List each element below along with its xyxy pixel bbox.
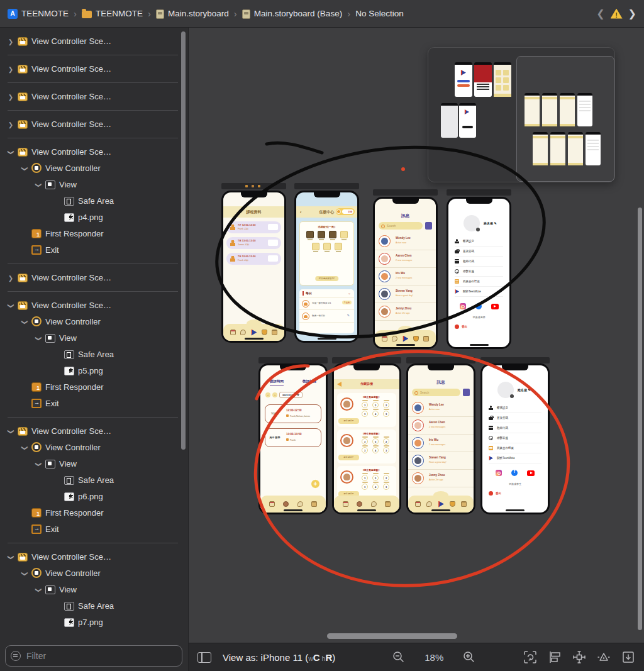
phone-mockup-teaching-schedule[interactable]: 授課時間 教課紀錄 ‹ › 2021/12/19 TOEIC 12:00-12:… [258,363,328,514]
breadcrumb-item[interactable]: TEENMOTE [8,8,82,19]
outline-row[interactable]: View [0,176,188,192]
outline-row[interactable] [0,104,188,116]
filter-input[interactable] [25,650,177,662]
disclosure-chevron-icon[interactable] [53,600,62,611]
embed-in-icon[interactable] [621,650,635,664]
update-frames-icon[interactable] [523,650,537,664]
disclosure-chevron-icon[interactable] [20,441,29,453]
scene-dock[interactable] [480,357,550,363]
storyboard-canvas[interactable]: 課程資料 7/7 12:00-12:50 Frank 老師 [189,28,644,643]
outline-row[interactable]: Safe Area [0,192,188,209]
outline-row[interactable] [0,132,188,143]
outline-row[interactable]: View [0,581,188,597]
disclosure-chevron-icon[interactable] [6,551,15,562]
disclosure-chevron-icon[interactable] [20,228,29,239]
outline-row[interactable]: View Controller Sce… [0,297,188,313]
disclosure-chevron-icon[interactable] [6,35,15,47]
outline-row[interactable]: View Controller [0,439,188,455]
disclosure-chevron-icon[interactable] [34,332,43,343]
outline-row[interactable]: View Controller [0,313,188,330]
disclosure-chevron-icon[interactable] [6,146,15,157]
outline-row[interactable]: p6.png [0,488,188,504]
outline-row[interactable]: p7.png [0,614,188,630]
outline-row[interactable]: View Controller Sce… [0,143,188,160]
editor-pane-toggle-icon[interactable] [197,652,211,663]
outline-row[interactable]: Exit [0,241,188,258]
outline-row[interactable]: Safe Area [0,346,188,362]
outline-row[interactable]: p4.png [0,209,188,225]
phone-mockup-messages[interactable]: 訊息 Search Wendy Lee Active now A [373,197,438,349]
disclosure-chevron-icon[interactable] [20,523,29,535]
outline-row[interactable] [0,286,188,297]
outline-row[interactable]: View Controller Sce… [0,116,188,132]
outline-row[interactable]: View Controller [0,565,188,581]
breadcrumb-item[interactable]: No Selection [355,9,404,18]
scene-dock[interactable] [294,183,359,189]
disclosure-chevron-icon[interactable] [20,162,29,174]
filter-field[interactable] [5,645,182,667]
scene-dock[interactable] [221,183,286,189]
disclosure-chevron-icon[interactable] [20,567,29,579]
outline-row[interactable] [0,77,188,88]
disclosure-chevron-icon[interactable] [53,211,62,223]
disclosure-chevron-icon[interactable] [34,458,43,469]
canvas-minimap[interactable] [428,47,615,182]
disclosure-chevron-icon[interactable] [53,616,62,628]
outline-row[interactable]: View Controller Sce… [0,33,188,49]
horizontal-scrollbar[interactable] [327,633,457,639]
phone-mockup-profile[interactable]: 姓名俊 ✎ 帳號設定 更改密碼 [447,197,511,349]
disclosure-chevron-icon[interactable] [20,507,29,518]
disclosure-chevron-icon[interactable] [34,179,43,190]
disclosure-chevron-icon[interactable] [53,474,62,485]
outline-row[interactable]: View Controller Sce… [0,423,188,439]
disclosure-chevron-icon[interactable] [53,348,62,360]
outline-row[interactable]: View [0,455,188,472]
align-icon[interactable] [548,650,562,664]
warning-triangle-icon[interactable] [611,9,623,19]
outline-row[interactable]: First Responder [0,379,188,395]
disclosure-chevron-icon[interactable] [6,118,15,130]
disclosure-chevron-icon[interactable] [34,584,43,595]
sidebar-scrollbar[interactable] [181,31,186,450]
outline-row[interactable]: Exit [0,521,188,537]
outline-row[interactable]: View Controller Sce… [0,88,188,104]
scene-dock[interactable] [406,357,475,363]
outline-row[interactable]: First Responder [0,225,188,241]
scene-dock[interactable] [373,189,438,196]
phone-mockup-homework-detail[interactable]: 作業詳情 暱稱:暱稱子 【學生剩餘堂數】 3 5 [332,363,401,514]
breadcrumb-item[interactable]: TEENMOTE [82,8,156,19]
disclosure-chevron-icon[interactable] [6,63,15,74]
disclosure-chevron-icon[interactable] [53,195,62,206]
outline-row[interactable] [0,411,188,423]
outline-row[interactable] [0,258,188,269]
outline-row[interactable]: View [0,330,188,346]
breadcrumb-item[interactable]: Main.storyboard (Base) [242,8,355,19]
outline-row[interactable]: Exit [0,395,188,411]
phone-mockup-course-schedule[interactable]: 課程資料 7/7 12:00-12:50 Frank 老師 [221,191,286,343]
disclosure-chevron-icon[interactable] [6,272,15,283]
phone-mockup-task-center[interactable]: ‹ 任務中心 199 連續簽到(一周): 明天繼續來簽到! 每日 ⌄ [294,191,359,343]
scene-dock[interactable] [447,189,511,196]
outline-row[interactable] [0,49,188,60]
outline-row[interactable]: p5.png [0,362,188,379]
disclosure-chevron-icon[interactable] [6,425,15,436]
previous-issue-chevron-icon[interactable]: ❮ [596,8,604,19]
view-as-device-button[interactable]: View as: iPhone 11 (wC hR) [223,652,335,663]
disclosure-chevron-icon[interactable] [53,365,62,376]
scene-dock[interactable] [258,357,328,363]
scene-dock[interactable] [332,357,401,363]
zoom-level[interactable]: 18% [425,652,443,663]
breadcrumb-item[interactable]: Main.storyboard [156,8,242,19]
outline-row[interactable] [0,537,188,548]
next-issue-chevron-icon[interactable]: ❯ [628,8,636,19]
resolve-auto-layout-issues-icon[interactable] [597,650,611,664]
disclosure-chevron-icon[interactable] [6,91,15,102]
zoom-out-icon[interactable] [392,650,406,664]
zoom-in-icon[interactable] [462,650,476,664]
disclosure-chevron-icon[interactable] [20,316,29,327]
disclosure-chevron-icon[interactable] [20,244,29,255]
disclosure-chevron-icon[interactable] [6,299,15,311]
phone-mockup-profile[interactable]: 姓名俊 ✎ 帳號設定 更改密碼 [480,363,550,514]
outline-row[interactable]: View Controller Sce… [0,60,188,77]
outline-row[interactable]: Safe Area [0,472,188,488]
